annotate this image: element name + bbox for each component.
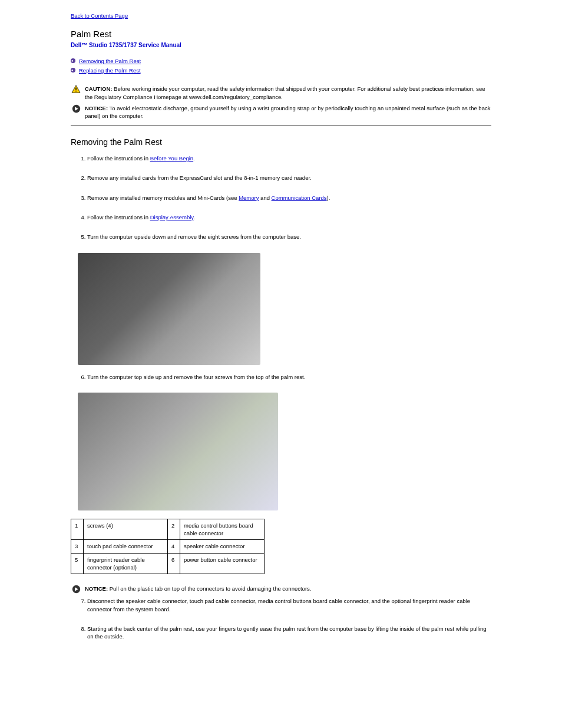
section-divider — [71, 126, 491, 126]
caution-text: CAUTION: Before working inside your comp… — [85, 85, 491, 101]
table-of-contents: Removing the Palm Rest Replacing the Pal… — [71, 57, 491, 75]
step-4: Follow the instructions in Display Assem… — [87, 213, 491, 221]
notice-1-label: NOTICE: — [85, 105, 108, 111]
step-2: Remove any installed cards from the Expr… — [87, 174, 491, 182]
image-palm-rest-connectors — [78, 393, 278, 510]
back-to-contents-link[interactable]: Back to Contents Page — [71, 12, 491, 19]
caution-callout: CAUTION: Before working inside your comp… — [71, 85, 491, 101]
notice-1-body: To avoid electrostatic discharge, ground… — [85, 105, 490, 119]
manual-title: Dell™ Studio 1735/1737 Service Manual — [71, 41, 491, 50]
subsection-title: Removing the Palm Rest — [71, 137, 491, 149]
notice-icon — [71, 104, 81, 113]
notice-2-body: Pull on the plastic tab on top of the co… — [108, 585, 311, 592]
svg-rect-1 — [75, 88, 77, 90]
toc-link-replace[interactable]: Replacing the Palm Rest — [79, 67, 141, 74]
step-5: Turn the computer upside down and remove… — [87, 233, 491, 241]
notice-callout-2: NOTICE: Pull on the plastic tab on top o… — [71, 585, 491, 594]
toc-link-remove[interactable]: Removing the Palm Rest — [79, 58, 141, 64]
step-3: Remove any installed memory modules and … — [87, 194, 491, 202]
link-memory[interactable]: Memory — [239, 195, 259, 201]
link-before-you-begin[interactable]: Before You Begin — [150, 155, 193, 162]
step-6: Turn the computer top side up and remove… — [87, 373, 491, 381]
link-comm-cards[interactable]: Communication Cards — [272, 195, 327, 201]
notice-2-text: NOTICE: Pull on the plastic tab on top o… — [85, 585, 311, 592]
procedure-steps-cont2: Disconnect the speaker cable connector, … — [71, 597, 491, 640]
svg-rect-2 — [75, 91, 77, 92]
table-row: 3 touch pad cable connector 4 speaker ca… — [71, 540, 265, 553]
step-1: Follow the instructions in Before You Be… — [87, 154, 491, 162]
notice-1-text: NOTICE: To avoid electrostatic discharge… — [85, 104, 491, 120]
notice-icon — [71, 585, 81, 594]
table-row: 1 screws (4) 2 media control buttons boa… — [71, 519, 265, 540]
connector-legend-table: 1 screws (4) 2 media control buttons boa… — [71, 519, 265, 574]
table-row: 5 fingerprint reader cable connector (op… — [71, 553, 265, 574]
image-computer-base-screws — [78, 253, 260, 365]
procedure-steps-cont: Turn the computer top side up and remove… — [71, 373, 491, 381]
notice-callout-1: NOTICE: To avoid electrostatic discharge… — [71, 104, 491, 120]
notice-2-label: NOTICE: — [85, 585, 108, 592]
caution-label: CAUTION: — [85, 85, 112, 92]
caution-body: Before working inside your computer, rea… — [85, 85, 485, 100]
caution-icon — [71, 85, 81, 93]
link-display-assembly[interactable]: Display Assembly — [150, 214, 194, 220]
step-7: Disconnect the speaker cable connector, … — [87, 597, 491, 613]
step-8: Starting at the back center of the palm … — [87, 625, 491, 641]
procedure-steps: Follow the instructions in Before You Be… — [71, 154, 491, 241]
section-title: Palm Rest — [71, 28, 491, 40]
